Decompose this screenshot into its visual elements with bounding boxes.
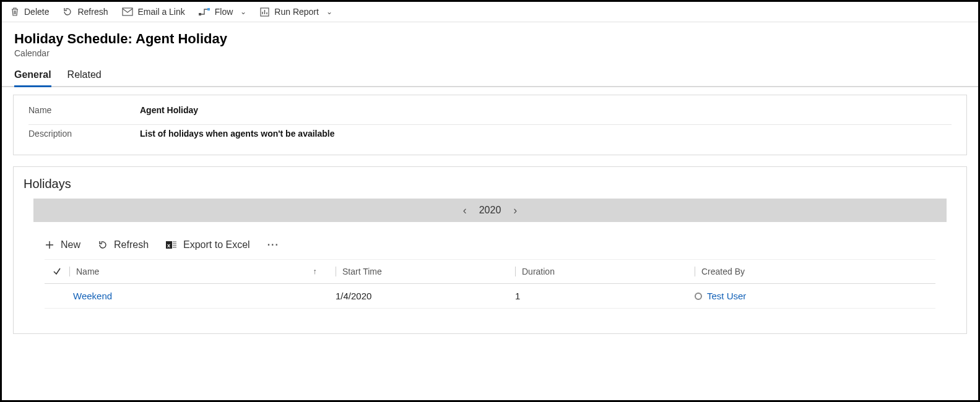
- tab-general[interactable]: General: [14, 69, 51, 87]
- svg-rect-1: [199, 13, 201, 15]
- subgrid-command-bar: New Refresh x Export to Excel ···: [14, 222, 966, 259]
- email-link-button[interactable]: Email a Link: [122, 7, 185, 17]
- chevron-down-icon: ⌄: [240, 7, 246, 16]
- content-area: Name Agent Holiday Description List of h…: [2, 87, 978, 341]
- run-report-button[interactable]: Run Report ⌄: [260, 7, 332, 17]
- tab-related[interactable]: Related: [67, 69, 102, 86]
- presence-icon: [695, 293, 702, 300]
- name-value[interactable]: Agent Holiday: [140, 105, 198, 115]
- refresh-icon: [63, 7, 72, 17]
- export-excel-button[interactable]: x Export to Excel: [166, 239, 250, 250]
- check-icon: [53, 267, 61, 276]
- plus-icon: [45, 240, 54, 250]
- form-row-description: Description List of holidays when agents…: [28, 125, 952, 155]
- form-row-name: Name Agent Holiday: [28, 95, 952, 125]
- refresh-icon: [98, 240, 108, 250]
- col-header-name[interactable]: Name ↑: [69, 267, 336, 276]
- col-header-name-label: Name: [76, 267, 99, 276]
- refresh-button[interactable]: Refresh: [63, 7, 108, 17]
- year-navigator: ‹ 2020 ›: [33, 199, 947, 222]
- new-button[interactable]: New: [45, 239, 80, 250]
- svg-rect-0: [123, 8, 132, 15]
- holidays-title: Holidays: [14, 177, 966, 199]
- grid-row[interactable]: Weekend 1/4/2020 1 Test User: [45, 284, 935, 309]
- excel-icon: x: [166, 240, 177, 250]
- flow-button[interactable]: Flow ⌄: [199, 7, 247, 17]
- subgrid-refresh-button[interactable]: Refresh: [98, 239, 149, 250]
- form-panel: Name Agent Holiday Description List of h…: [13, 95, 967, 155]
- name-label: Name: [28, 105, 140, 115]
- email-icon: [122, 7, 133, 16]
- flow-icon: [199, 7, 210, 16]
- col-header-start[interactable]: Start Time: [336, 267, 515, 276]
- delete-label: Delete: [24, 7, 49, 17]
- description-value[interactable]: List of holidays when agents won't be av…: [140, 129, 335, 139]
- col-header-duration[interactable]: Duration: [515, 267, 695, 276]
- delete-button[interactable]: Delete: [11, 7, 49, 17]
- more-commands-button[interactable]: ···: [267, 239, 279, 250]
- holidays-section: Holidays ‹ 2020 › New Refresh x Export t…: [13, 166, 967, 334]
- description-label: Description: [28, 129, 140, 139]
- cell-start: 1/4/2020: [336, 291, 515, 301]
- svg-rect-2: [207, 8, 210, 11]
- col-header-createdby[interactable]: Created By: [695, 267, 935, 276]
- page-subtitle: Calendar: [14, 48, 966, 58]
- year-label: 2020: [479, 205, 501, 216]
- holiday-name-link[interactable]: Weekend: [73, 291, 112, 301]
- trash-icon: [11, 7, 19, 17]
- run-report-label: Run Report: [274, 7, 319, 17]
- cell-createdby: Test User: [695, 291, 935, 301]
- export-excel-label: Export to Excel: [183, 239, 250, 250]
- select-all-checkbox[interactable]: [45, 267, 69, 276]
- cell-duration: 1: [515, 291, 695, 301]
- command-bar: Delete Refresh Email a Link Flow ⌄ Run R…: [2, 2, 978, 22]
- page-title: Holiday Schedule: Agent Holiday: [14, 31, 966, 47]
- tab-strip: General Related: [2, 58, 978, 87]
- report-icon: [260, 7, 269, 17]
- flow-label: Flow: [215, 7, 233, 17]
- next-year-button[interactable]: ›: [513, 204, 517, 217]
- email-link-label: Email a Link: [138, 7, 185, 17]
- subgrid-refresh-label: Refresh: [114, 239, 149, 250]
- page-header: Holiday Schedule: Agent Holiday Calendar: [2, 22, 978, 58]
- svg-text:x: x: [167, 242, 170, 249]
- chevron-down-icon: ⌄: [326, 7, 332, 16]
- refresh-label: Refresh: [77, 7, 108, 17]
- sort-asc-icon: ↑: [313, 267, 318, 276]
- grid-header: Name ↑ Start Time Duration Created By: [45, 259, 935, 284]
- new-label: New: [61, 239, 80, 250]
- holidays-grid: Name ↑ Start Time Duration Created By We…: [45, 259, 935, 309]
- cell-name: Weekend: [69, 291, 336, 301]
- prev-year-button[interactable]: ‹: [463, 204, 467, 217]
- created-by-link[interactable]: Test User: [707, 291, 746, 301]
